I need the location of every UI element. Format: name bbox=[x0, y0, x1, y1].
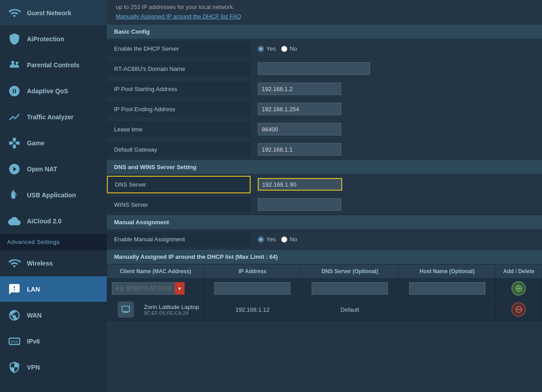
dns-section-header: DNS and WINS Server Setting bbox=[107, 160, 542, 174]
sidebar-item-label: Traffic Analyzer bbox=[27, 113, 74, 121]
sidebar-item-label: WAN bbox=[27, 312, 42, 319]
lease-time-label: Lease time bbox=[107, 122, 251, 137]
domain-name-row: RT-AC68U's Domain Name bbox=[107, 59, 542, 79]
wins-server-input[interactable] bbox=[258, 198, 341, 211]
sidebar-item-label: Parental Controls bbox=[27, 61, 79, 69]
remove-button[interactable]: ⊖ bbox=[511, 302, 526, 317]
chart-icon bbox=[7, 110, 22, 124]
dhcp-server-label: Enable the DHCP Server bbox=[107, 41, 251, 57]
dhcp-enable-radio-group: Yes No bbox=[258, 45, 297, 52]
lease-time-row: Lease time bbox=[107, 119, 542, 139]
dhcp-yes-option[interactable]: Yes bbox=[258, 45, 276, 52]
enable-manual-value: Yes No bbox=[251, 232, 542, 246]
client-input-cell: ▼ bbox=[107, 279, 204, 299]
default-gateway-value bbox=[251, 139, 542, 159]
dhcp-faq-link[interactable]: Manually Assigned IP around the DHCP lis… bbox=[107, 12, 542, 24]
manual-assignment-table: Client Name (MAC Address) IP Address DNS… bbox=[107, 264, 542, 321]
dns-input-cell bbox=[301, 279, 399, 299]
sidebar-item-game[interactable]: Game bbox=[0, 130, 107, 156]
wan-icon bbox=[7, 308, 22, 322]
col-client-name: Client Name (MAC Address) bbox=[107, 265, 204, 279]
sidebar-item-aiprotection[interactable]: AiProtection bbox=[0, 26, 107, 52]
game-icon bbox=[7, 136, 22, 150]
dhcp-no-radio[interactable] bbox=[281, 46, 287, 52]
ipv6-icon: IPv6 bbox=[7, 334, 22, 348]
wins-server-value bbox=[251, 195, 542, 214]
sidebar-item-guest-network[interactable]: Guest Network bbox=[0, 0, 107, 26]
remove-cell: ⊖ bbox=[496, 299, 542, 321]
shield-icon bbox=[7, 32, 22, 46]
manual-no-radio[interactable] bbox=[281, 236, 287, 243]
sidebar-item-aicloud[interactable]: AiCloud 2.0 bbox=[0, 208, 107, 234]
sidebar-item-adaptive-qos[interactable]: Adaptive QoS bbox=[0, 78, 107, 104]
manual-table-header: Manually Assigned IP around the DHCP lis… bbox=[107, 249, 542, 264]
sidebar-item-traffic-analyzer[interactable]: Traffic Analyzer bbox=[0, 104, 107, 130]
sidebar-item-wireless[interactable]: Wireless bbox=[0, 250, 107, 276]
advanced-settings-header: Advanced Settings bbox=[0, 234, 107, 250]
device-mac: 9C:EF:D5:FE:CA:29 bbox=[144, 310, 199, 316]
domain-name-value bbox=[251, 59, 542, 78]
ip-input[interactable] bbox=[214, 282, 291, 295]
dhcp-yes-radio[interactable] bbox=[258, 46, 264, 52]
device-info: Zorin Latitude Laptop 9C:EF:D5:FE:CA:29 bbox=[144, 304, 199, 316]
vpn-icon bbox=[7, 360, 22, 375]
ip-pool-end-input[interactable] bbox=[258, 103, 341, 115]
basic-config-section: Basic Config Enable the DHCP Server Yes … bbox=[107, 24, 542, 160]
enable-manual-row: Enable Manual Assignment Yes No bbox=[107, 230, 542, 249]
sidebar-item-label: Open NAT bbox=[27, 166, 57, 173]
device-dns-cell: Default bbox=[301, 299, 399, 321]
wireless-icon bbox=[7, 256, 22, 270]
dns-server-row: DNS Server bbox=[107, 174, 542, 195]
sidebar-item-vpn[interactable]: VPN bbox=[0, 354, 107, 380]
ip-pool-start-label: IP Pool Starting Address bbox=[107, 81, 251, 97]
sidebar-item-lan[interactable]: LAN bbox=[0, 276, 107, 302]
sidebar-item-open-nat[interactable]: Open NAT bbox=[0, 156, 107, 182]
default-gateway-input[interactable] bbox=[258, 143, 341, 156]
usb-icon bbox=[7, 188, 22, 202]
dhcp-server-value: Yes No bbox=[251, 42, 542, 56]
default-gateway-label: Default Gateway bbox=[107, 142, 251, 157]
default-gateway-row: Default Gateway bbox=[107, 139, 542, 160]
qos-icon bbox=[7, 84, 22, 98]
ip-pool-end-row: IP Pool Ending Address bbox=[107, 99, 542, 119]
manual-yes-option[interactable]: Yes bbox=[258, 236, 276, 243]
device-ip-cell: 192.168.1.12 bbox=[204, 299, 301, 321]
domain-name-label: RT-AC68U's Domain Name bbox=[107, 61, 251, 77]
wifi-icon bbox=[7, 6, 22, 20]
sidebar: Guest Network AiProtection Parental Cont… bbox=[0, 0, 107, 392]
col-host-name: Host Name (Optional) bbox=[398, 265, 496, 279]
ip-input-cell bbox=[204, 279, 301, 299]
sidebar-item-ipv6[interactable]: IPv6 IPv6 bbox=[0, 328, 107, 354]
sidebar-item-label: Guest Network bbox=[27, 9, 71, 17]
hostname-input-cell bbox=[398, 279, 496, 299]
main-content: up to 253 IP addresses for your local ne… bbox=[107, 0, 542, 392]
hostname-input[interactable] bbox=[409, 282, 485, 295]
dns-server-input[interactable] bbox=[258, 178, 342, 191]
client-dropdown-wrapper: ▼ bbox=[112, 282, 199, 295]
lan-icon bbox=[7, 282, 22, 296]
svg-text:IPv6: IPv6 bbox=[11, 340, 18, 344]
ip-pool-start-input[interactable] bbox=[258, 83, 341, 95]
table-input-row: ▼ ⊕ bbox=[107, 279, 542, 299]
manual-no-option[interactable]: No bbox=[281, 236, 297, 243]
client-mac-input[interactable] bbox=[112, 282, 175, 295]
dhcp-no-option[interactable]: No bbox=[281, 45, 297, 52]
client-dropdown-arrow[interactable]: ▼ bbox=[175, 282, 185, 295]
sidebar-item-usb-application[interactable]: USB Application bbox=[0, 182, 107, 208]
dns-optional-input[interactable] bbox=[312, 282, 388, 295]
manual-table-section: Manually Assigned IP around the DHCP lis… bbox=[107, 249, 542, 321]
svg-point-0 bbox=[11, 61, 14, 64]
dns-server-label: DNS Server bbox=[107, 176, 251, 193]
manual-yes-radio[interactable] bbox=[258, 236, 264, 243]
domain-name-input[interactable] bbox=[258, 62, 370, 75]
add-button[interactable]: ⊕ bbox=[511, 281, 526, 296]
sidebar-item-wan[interactable]: WAN bbox=[0, 302, 107, 328]
wins-server-row: WINS Server bbox=[107, 195, 542, 215]
lease-time-input[interactable] bbox=[258, 123, 341, 135]
sidebar-item-parental-controls[interactable]: Parental Controls bbox=[0, 52, 107, 78]
family-icon bbox=[7, 58, 22, 72]
col-ip-address: IP Address bbox=[204, 265, 301, 279]
ip-pool-start-row: IP Pool Starting Address bbox=[107, 79, 542, 99]
enable-manual-label: Enable Manual Assignment bbox=[107, 231, 251, 247]
top-description: up to 253 IP addresses for your local ne… bbox=[107, 0, 542, 12]
